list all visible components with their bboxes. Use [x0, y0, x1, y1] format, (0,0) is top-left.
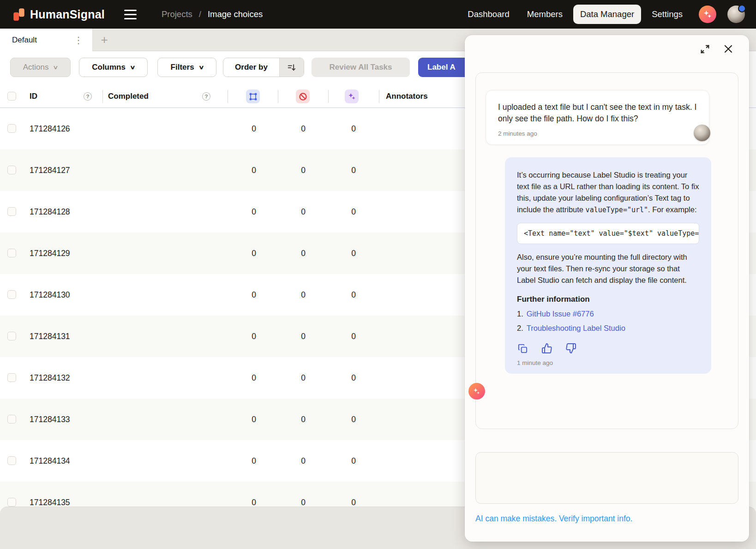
cancelled-count: 0 [301, 357, 306, 399]
row-checkbox[interactable] [7, 290, 16, 299]
logo-text: HumanSignal [30, 8, 105, 21]
column-divider [379, 90, 379, 103]
ai-avatar [468, 383, 485, 400]
completed-help-icon[interactable]: ? [202, 92, 210, 101]
row-checkbox[interactable] [7, 166, 16, 174]
column-header-annotations[interactable] [246, 90, 260, 103]
label-button-label: Label A [427, 63, 456, 72]
task-id: 171284130 [30, 274, 70, 316]
cancelled-count: 0 [301, 399, 306, 440]
thumbs-down-icon[interactable] [565, 343, 576, 354]
cancel-slash-icon [299, 92, 307, 101]
link-number: 1. [517, 310, 523, 318]
message-actions [517, 343, 699, 354]
filters-label: Filters [171, 63, 194, 72]
notification-badge [738, 5, 746, 12]
close-icon[interactable] [722, 42, 735, 55]
row-checkbox[interactable] [7, 249, 16, 257]
filters-dropdown[interactable]: Filters∨ [157, 58, 216, 77]
github-issue-link[interactable]: GitHub Issue #6776 [527, 310, 594, 318]
column-header-completed[interactable]: Completed [108, 85, 149, 107]
thumbs-up-icon[interactable] [541, 343, 552, 354]
task-id: 171284129 [30, 233, 70, 274]
column-divider [228, 90, 228, 103]
chat-message-input[interactable] [475, 452, 738, 504]
predictions-count: 0 [351, 440, 356, 482]
review-all-tasks-button[interactable]: Review All Tasks [312, 58, 410, 77]
annotations-count: 0 [252, 149, 256, 191]
column-divider [328, 90, 329, 103]
cancelled-count: 0 [301, 108, 306, 149]
humansignal-logo: HumanSignal [12, 7, 105, 22]
task-id: 171284126 [30, 108, 70, 149]
predictions-count: 0 [351, 108, 356, 149]
code-block[interactable]: <Text name="text" value="$text" valueTyp… [517, 223, 699, 244]
cancelled-count: 0 [301, 233, 306, 274]
cancelled-count: 0 [301, 191, 306, 233]
predictions-count: 0 [351, 357, 356, 399]
ai-message-timestamp: 1 minute ago [517, 359, 699, 366]
row-checkbox[interactable] [7, 498, 16, 507]
actions-label: Actions [23, 63, 49, 72]
row-checkbox[interactable] [7, 124, 16, 133]
tab-kebab-menu-icon[interactable]: ⋮ [74, 36, 83, 45]
actions-dropdown[interactable]: Actions∨ [10, 58, 71, 77]
ai-paragraph-1: It’s occurring because Label Studio is t… [517, 169, 699, 215]
column-header-annotators[interactable]: Annotators [386, 85, 428, 107]
chevron-down-icon: ∨ [198, 64, 204, 71]
user-menu[interactable] [727, 6, 745, 23]
predictions-count: 0 [351, 191, 356, 233]
row-checkbox[interactable] [7, 373, 16, 382]
order-by-control[interactable]: Order by [223, 58, 304, 77]
ai-paragraph-2: Also, ensure you’re mounting the full di… [517, 251, 699, 286]
conversation-container: I uploaded a text file but I can't see t… [475, 72, 738, 429]
row-checkbox[interactable] [7, 456, 16, 465]
nav-members[interactable]: Members [520, 5, 570, 24]
task-id: 171284127 [30, 149, 70, 191]
annotations-count: 0 [252, 316, 256, 357]
breadcrumb-projects[interactable]: Projects [162, 9, 192, 19]
predictions-count: 0 [351, 399, 356, 440]
row-checkbox[interactable] [7, 415, 16, 424]
chevron-down-icon: ∨ [130, 64, 136, 71]
column-divider [278, 90, 278, 103]
nav-data-manager[interactable]: Data Manager [573, 5, 641, 24]
columns-dropdown[interactable]: Columns∨ [79, 58, 148, 77]
task-id: 171284128 [30, 191, 70, 233]
cancelled-count: 0 [301, 316, 306, 357]
column-header-cancelled[interactable] [296, 90, 310, 103]
cancelled-count: 0 [301, 274, 306, 316]
task-id: 171284132 [30, 357, 70, 399]
breadcrumb-separator: / [199, 9, 201, 19]
id-help-icon[interactable]: ? [84, 92, 92, 101]
ai-assistant-panel: I uploaded a text file but I can't see t… [465, 35, 749, 542]
bounding-box-icon [249, 92, 258, 101]
column-header-predictions[interactable] [345, 90, 359, 103]
copy-icon[interactable] [517, 343, 528, 354]
tab-default[interactable]: Default ⋮ [0, 29, 93, 51]
annotations-count: 0 [252, 357, 256, 399]
task-id: 171284133 [30, 399, 70, 440]
troubleshooting-link[interactable]: Troubleshooting Label Studio [527, 324, 625, 333]
sort-icon [287, 62, 297, 72]
expand-icon[interactable] [698, 42, 711, 55]
nav-settings[interactable]: Settings [645, 5, 690, 24]
top-bar: HumanSignal Projects / Image choices Das… [0, 0, 756, 29]
breadcrumb-current-project: Image choices [208, 9, 263, 19]
ai-assistant-button[interactable] [699, 6, 716, 23]
user-avatar [694, 125, 710, 141]
add-tab-button[interactable]: + [97, 32, 112, 47]
annotations-count: 0 [252, 440, 256, 482]
task-id: 171284131 [30, 316, 70, 357]
row-checkbox[interactable] [7, 207, 16, 216]
top-navigation: Dashboard Members Data Manager Settings [461, 5, 748, 24]
sort-direction-button[interactable] [279, 58, 304, 77]
row-checkbox[interactable] [7, 332, 16, 340]
nav-dashboard[interactable]: Dashboard [461, 5, 516, 24]
hamburger-menu-icon[interactable] [121, 7, 139, 22]
predictions-count: 0 [351, 149, 356, 191]
select-all-checkbox[interactable] [7, 92, 16, 101]
reference-link-item: 2. Troubleshooting Label Studio [517, 324, 699, 333]
further-information-heading: Further information [517, 295, 699, 304]
column-header-id[interactable]: ID [30, 85, 37, 107]
